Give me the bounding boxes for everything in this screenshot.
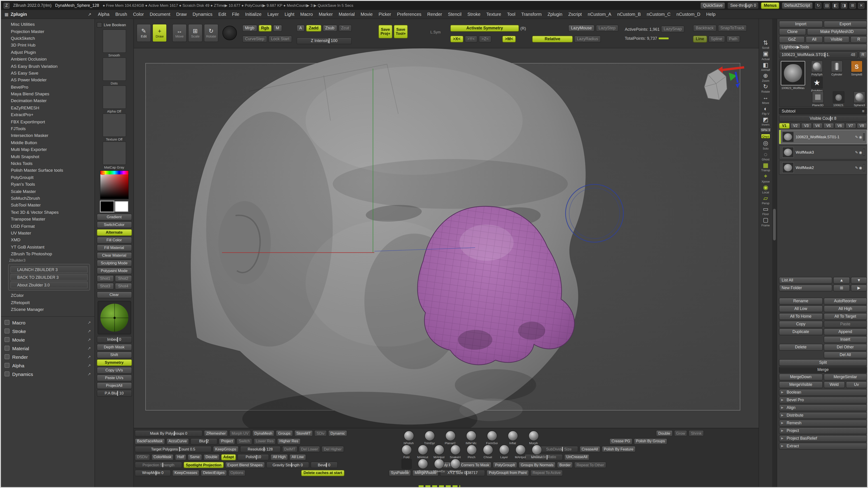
zbuilder-button[interactable]: BACK TO ZBUILDER 3	[10, 274, 88, 281]
bottom-button[interactable]: Blur 2	[191, 438, 218, 445]
subtool-button[interactable]: MergeDown	[779, 374, 823, 381]
menu-item[interactable]: Tool	[504, 10, 518, 19]
lazyradius-slider[interactable]: LazyRadius	[574, 36, 601, 42]
zplugin-tray-header[interactable]: ▦ Zplugin ↗	[1, 12, 95, 17]
zplugin-item[interactable]: Decimation Master	[1, 97, 94, 104]
menu-item[interactable]: Picker	[376, 10, 394, 19]
zplugin-item[interactable]: AS Easy Save	[1, 69, 94, 76]
menu-item[interactable]: nCustom_D	[674, 10, 704, 19]
bottom-button[interactable]: Switch	[237, 438, 252, 445]
palette-row[interactable]: Render ↗	[1, 353, 94, 361]
polypaint-icon[interactable]: ✎	[855, 150, 858, 154]
bottom-button[interactable]: Shrink	[689, 430, 704, 436]
bottom-button[interactable]: Polish By Groups	[634, 438, 667, 445]
zplugin-item[interactable]: AS Easy Brush Variation	[1, 63, 94, 70]
shelf-button[interactable]: Fill Color	[96, 237, 132, 243]
bottom-button[interactable]: DynaMesh	[252, 430, 274, 436]
clone-button[interactable]: Clone	[779, 29, 806, 35]
zplugin-item[interactable]: Ambient Occlusion	[1, 56, 94, 63]
bottom-button[interactable]: Mask By Polygroups 0	[135, 430, 203, 436]
menu-item[interactable]: Transform	[518, 10, 545, 19]
zplugin-item[interactable]: Intersection Masker	[1, 132, 94, 139]
zplugin-item[interactable]: Misc Utilities	[1, 21, 94, 28]
zplugin-item[interactable]: PolyGroupIt	[1, 174, 94, 181]
rgb-button[interactable]: Rgb	[258, 25, 272, 32]
menus-toggle-button[interactable]: Menus	[761, 2, 779, 9]
zplugin-item[interactable]: QuickSketch	[1, 35, 94, 42]
folder-arrow-icon[interactable]: ▶	[850, 285, 867, 291]
viewport-tool[interactable]: ◧ AAHalf	[759, 62, 772, 71]
bottom-button[interactable]: Delete caches at start	[301, 470, 344, 476]
viewport-tool[interactable]: ↔ Move	[759, 95, 772, 104]
shelf-bottom-button[interactable]: P.A Blur 10	[96, 390, 132, 397]
bottom-button[interactable]: DSDiv	[135, 454, 150, 460]
brush-thumbnail[interactable]: TrimDyr	[419, 431, 440, 445]
tool-thumbnail[interactable]: Cylinder	[827, 61, 846, 76]
zplugin-item[interactable]: AS Power Modeler	[1, 76, 94, 84]
m-button[interactable]: M	[273, 25, 282, 32]
shelf-button[interactable]: Alternate	[96, 229, 132, 236]
subtool-button[interactable]: Duplicate	[779, 328, 823, 335]
bottom-button[interactable]: Resolution 128	[240, 446, 281, 452]
tool-thumbnail[interactable]: ★ PolyMes	[807, 77, 827, 92]
subtool-button[interactable]: Project	[779, 427, 867, 434]
shelf-bottom-button[interactable]: Copy UVs	[96, 367, 132, 374]
bottom-button[interactable]: Target Polygons Count 0.5	[135, 446, 212, 452]
shelf-button[interactable]: Fill Material	[96, 245, 132, 251]
lazymouse-button[interactable]: LazyMouse	[568, 25, 594, 32]
menu-item[interactable]: nCustom_B	[614, 10, 644, 19]
subtool-button[interactable]: Insert	[824, 336, 867, 343]
bottom-button[interactable]: Projection Strength	[135, 462, 182, 468]
bottom-button[interactable]: ZRemesher	[204, 430, 228, 436]
lightbox-tools-button[interactable]: Lightbox▶Tools	[779, 44, 867, 51]
lock-start-button[interactable]: Lock Start	[268, 36, 292, 42]
brush-thumbnail[interactable]: 21	[398, 459, 414, 473]
bottom-button[interactable]: WrapMode 0	[135, 470, 171, 476]
viewport-tool[interactable]: ◌ Ghost	[759, 151, 772, 161]
visible-count-slider[interactable]: Visible Count 8	[779, 115, 867, 122]
shelf-button[interactable]: Gradient	[96, 214, 132, 221]
line-button[interactable]: Line	[693, 36, 707, 42]
shelf-bottom-button[interactable]: Shift	[96, 352, 132, 358]
menu-item[interactable]: Brush	[112, 10, 130, 19]
palette-row[interactable]: Stroke ↗	[1, 327, 94, 335]
brush-thumbnail[interactable]: MAHpol	[512, 445, 528, 459]
menu-item[interactable]: Initialize	[242, 10, 265, 19]
tool-thumbnail[interactable]: S SimpleB	[847, 61, 866, 76]
tool-thumbnail[interactable]: PolySph	[807, 61, 827, 76]
bottom-button[interactable]: Half	[175, 454, 186, 460]
polypaint-icon[interactable]: ✎	[855, 166, 858, 170]
lazystep-slider[interactable]: LazyStep	[596, 25, 618, 32]
brush-thumbnail[interactable]: MAHcut	[528, 445, 545, 459]
bottom-button[interactable]: Options	[228, 470, 246, 476]
move-mode-button[interactable]: ↔Move	[172, 24, 187, 42]
brush-thumbnail[interactable]: Chisel	[480, 445, 496, 459]
palette-expand-icon[interactable]: ↗	[88, 363, 91, 368]
subtool-button[interactable]: Delete	[779, 344, 823, 351]
menu-item[interactable]: Render	[424, 10, 445, 19]
bottom-button[interactable]: All Low	[289, 454, 306, 460]
zplugin-item[interactable]: Scale Master	[1, 188, 94, 195]
subtool-item[interactable]: 100623_WolfMask.ST01-1 ✎ ◉	[779, 130, 867, 144]
viewport-tool[interactable]: SPix 3	[759, 128, 772, 133]
sym-x-button[interactable]: >X<	[450, 36, 463, 42]
shelf-button[interactable]: Clear Material	[96, 252, 132, 259]
menu-item[interactable]: Material	[336, 10, 358, 19]
bottom-button[interactable]: Bevel 0	[311, 462, 338, 468]
menu-item[interactable]: Color	[130, 10, 147, 19]
subtool-button[interactable]: Weld	[824, 381, 845, 388]
brush-thumbnail[interactable]: Morph	[523, 431, 544, 445]
zplugin-item[interactable]: SoMuchZbrush	[1, 195, 94, 202]
viewport-tool[interactable]: ⇅ Scroll	[759, 40, 772, 50]
rotate-mode-button[interactable]: ↻Rotate	[204, 24, 218, 42]
zplugin-item[interactable]: Projection Master	[1, 28, 94, 35]
polypaint-icon[interactable]: ✎	[855, 135, 858, 139]
bottom-button[interactable]: Project	[219, 438, 235, 445]
viewport-tool[interactable]: Qxyz	[759, 134, 772, 139]
bottom-button[interactable]: SDiv	[314, 430, 327, 436]
close-icon[interactable]: ✕	[858, 2, 864, 8]
bottom-button[interactable]: Higher Res	[277, 438, 301, 445]
subtool-button[interactable]: Distribute	[779, 412, 867, 419]
brush-thumbnail[interactable]: FormSoi	[482, 431, 502, 445]
brush-thumbnail[interactable]: Fold	[398, 445, 414, 459]
